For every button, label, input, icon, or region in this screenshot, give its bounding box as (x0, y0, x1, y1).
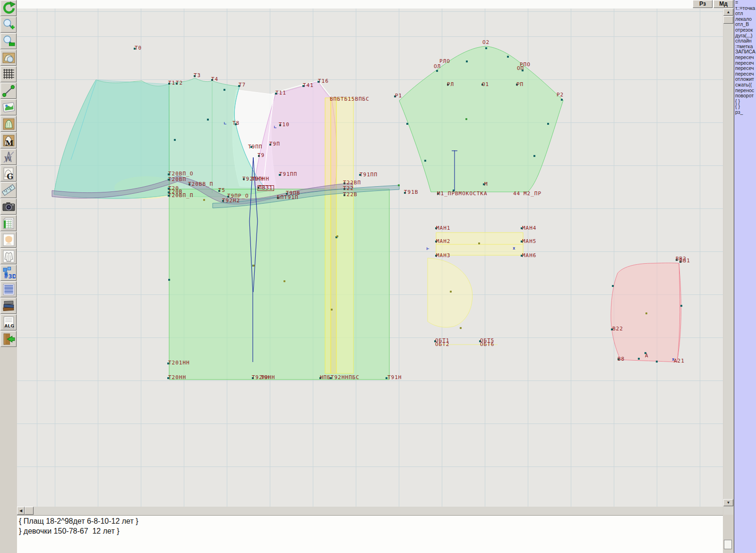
vertical-scrollbar[interactable] (723, 9, 733, 507)
view-3d-button[interactable]: #3D (0, 265, 17, 281)
teardrop-piece (428, 258, 472, 327)
yellow-strip-3 (336, 98, 353, 373)
point-marker (479, 340, 481, 342)
vertical-scroll-thumb[interactable] (723, 16, 733, 24)
portrait-icon (2, 233, 16, 247)
point-marker (176, 83, 178, 85)
list-button[interactable] (0, 281, 17, 297)
table-button[interactable] (0, 215, 17, 231)
scroll-down-button[interactable]: ▼ (723, 499, 733, 506)
point-marker (485, 47, 487, 49)
exit-icon (2, 332, 16, 346)
sidebar-command-12[interactable]: пересеч (734, 66, 756, 71)
skirt-rect-piece (169, 189, 389, 380)
alg-icon: ALG (2, 316, 16, 329)
pattern-g-button[interactable]: G (0, 165, 17, 181)
scroll-left-button[interactable]: ◀ (17, 507, 25, 515)
table-icon (2, 216, 16, 230)
point-marker (238, 85, 240, 87)
pattern-piece-button[interactable] (0, 116, 17, 132)
point-marker (656, 361, 658, 363)
point-marker (168, 179, 170, 181)
command-sidebar: =т.:=точкаотллекалоотл_Вотрезокдуга(,,,)… (734, 0, 756, 553)
olive-dot (284, 280, 285, 282)
piece-preview-button[interactable] (0, 50, 17, 66)
rz-button[interactable]: Рз (693, 0, 713, 8)
green-dot (465, 118, 467, 120)
point-marker (386, 377, 387, 379)
sidebar-command-15[interactable]: сжать(( (734, 82, 756, 88)
point-marker (344, 188, 345, 190)
scrollbar-corner (723, 507, 733, 515)
point-marker (235, 123, 237, 125)
scroll-up-button[interactable]: ▲ (723, 9, 733, 16)
point-marker (223, 89, 225, 91)
grid-button[interactable] (0, 66, 17, 82)
sidebar-command-10[interactable]: пересеч (734, 55, 756, 60)
garment-icon (2, 250, 16, 263)
list-icon (2, 283, 16, 296)
sidebar-command-7[interactable]: сплайн (734, 38, 756, 44)
point-marker (258, 155, 260, 157)
point-marker (644, 352, 646, 354)
alg-button[interactable]: ALG (0, 314, 17, 330)
olive-dot (478, 242, 480, 244)
ruler-button[interactable]: 78 (0, 182, 17, 198)
sidebar-command-0[interactable]: = (734, 0, 756, 6)
point-marker (218, 190, 220, 192)
refresh-button[interactable] (0, 0, 17, 16)
zoom-out-button[interactable] (0, 33, 17, 49)
horizontal-scrollbar[interactable] (17, 507, 723, 515)
sidebar-command-5[interactable]: отрезок (734, 27, 756, 33)
pattern-canvas[interactable]: xx∟⊢∟Т0Т3Т4Т1Т2Т7Т8Т11Т41Т16ВПБТБ15ВПБСТ… (17, 9, 723, 507)
point-marker (168, 279, 170, 281)
point-marker (435, 227, 437, 229)
zoom-in-button[interactable] (0, 17, 17, 33)
image-button[interactable] (0, 99, 17, 115)
point-marker (466, 60, 468, 62)
ruler-icon: 78 (2, 183, 16, 197)
garment-button[interactable] (0, 248, 17, 264)
portrait-button[interactable] (0, 232, 17, 248)
olive-dot (460, 327, 462, 329)
status-line-1: { Плащ 18-2^98дет 6-8-10-12 лет } (19, 517, 723, 526)
point-marker (222, 200, 224, 202)
point-marker (250, 146, 252, 148)
md-button[interactable]: Мд (713, 0, 733, 8)
view-3d-icon: #3D (2, 266, 16, 280)
image-icon (2, 101, 16, 114)
point-marker (134, 48, 136, 50)
point-marker (516, 84, 518, 86)
point-marker (435, 241, 437, 242)
point-marker (547, 123, 549, 125)
point-marker (168, 191, 170, 193)
point-marker (481, 84, 483, 86)
zoom-in-icon (2, 18, 16, 32)
sidebar-command-17[interactable]: поворот (734, 93, 756, 99)
point-marker (330, 377, 332, 379)
sidebar-command-20[interactable]: рз_ (734, 110, 756, 115)
point-marker (424, 160, 426, 162)
point-marker (394, 95, 396, 97)
point-marker (194, 75, 196, 77)
point-marker (521, 241, 523, 242)
point-marker (174, 139, 176, 141)
bodice-front-overlay (54, 80, 170, 199)
exit-button[interactable] (0, 331, 17, 347)
compass-w-button[interactable]: W (0, 149, 17, 165)
camera-button[interactable] (0, 199, 17, 215)
point-marker (404, 192, 406, 194)
point-marker (168, 83, 170, 85)
point-marker (189, 183, 190, 185)
status-panel: { Плащ 18-2^98дет 6-8-10-12 лет } } дево… (17, 515, 723, 553)
point-marker (302, 85, 304, 87)
measure-line-button[interactable] (0, 83, 17, 99)
point-marker (359, 174, 361, 176)
point-marker (435, 255, 437, 257)
point-marker (275, 93, 277, 95)
point-marker (406, 123, 408, 125)
pattern-m-button[interactable]: M (0, 132, 17, 148)
point-marker (436, 70, 438, 72)
horizontal-scroll-thumb[interactable] (25, 507, 34, 515)
books-button[interactable] (0, 298, 17, 314)
